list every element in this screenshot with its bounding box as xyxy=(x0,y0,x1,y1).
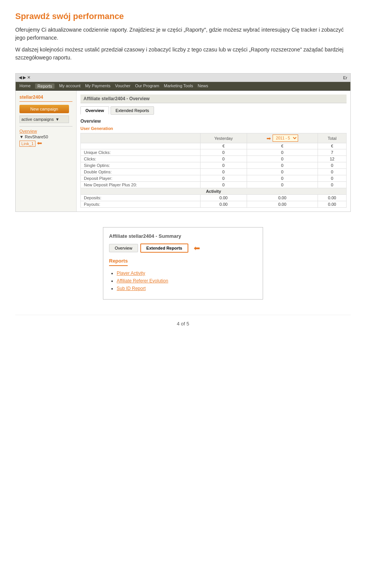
row-total: 0 xyxy=(318,182,347,188)
list-item-sub-id: Sub ID Report xyxy=(117,286,257,291)
row-total: 0 xyxy=(318,169,347,175)
browser-bar: ◀ ▶ ✕ Er xyxy=(16,74,350,82)
row-yesterday: 0.00 xyxy=(200,201,247,208)
row-month: 0.00 xyxy=(247,195,318,201)
row-label: New Deposit Player Plus 20: xyxy=(81,182,201,188)
row-yesterday: 0 xyxy=(200,175,247,182)
row-label: Deposit Player: xyxy=(81,175,201,182)
arrow-extended-reports-icon: ⬅ xyxy=(194,244,200,253)
section-title-bar: Affiliate stellar2404 - Overview xyxy=(80,95,347,103)
list-item-player-activity: Player Activity xyxy=(117,271,257,276)
new-campaign-button[interactable]: New campaign xyxy=(19,105,69,113)
summary-title: Affiliate stellar2404 - Summary xyxy=(109,233,257,239)
col-empty xyxy=(81,133,201,143)
nav-my-payments[interactable]: My Payments xyxy=(85,83,111,89)
nav-bar: Home Reports My account My Payments Vouc… xyxy=(16,82,350,91)
dropdown-arrow-icon: ▼ xyxy=(55,117,59,122)
row-yesterday: 0 xyxy=(200,162,247,169)
table-row: Deposits: 0.00 0.00 0.00 xyxy=(81,195,347,201)
list-item-affiliate-referer: Affiliate Referer Evolution xyxy=(117,278,257,284)
currency-total: € xyxy=(318,143,347,149)
row-yesterday: 0 xyxy=(200,149,247,156)
row-month: 0.00 xyxy=(247,201,318,208)
sidebar-item-revshare[interactable]: ▼ RevShare50 xyxy=(19,135,48,139)
reports-list: Player Activity Affiliate Referer Evolut… xyxy=(109,271,257,291)
row-yesterday: 0.00 xyxy=(200,195,247,201)
table-row: Double Optins: 0 0 0 xyxy=(81,169,347,175)
col-yesterday: Yesterday xyxy=(200,133,247,143)
link-player-activity[interactable]: Player Activity xyxy=(117,271,145,276)
page-title: Sprawdź swój performance xyxy=(15,11,351,21)
body-paragraph: W dalszej kolejności możesz ustalić prze… xyxy=(15,46,351,62)
arrow-annotation-link1: ⬅ xyxy=(37,139,42,147)
row-label: Clicks: xyxy=(81,156,201,162)
row-total: 0.00 xyxy=(318,201,347,208)
nav-news[interactable]: News xyxy=(198,83,209,89)
row-label: Single Optins: xyxy=(81,162,201,169)
tab-overview[interactable]: Overview xyxy=(80,106,109,115)
month-selector[interactable]: 2011 - 5 xyxy=(273,135,298,142)
row-month: 0 xyxy=(247,182,318,188)
overview-heading: Overview xyxy=(80,119,347,124)
row-month: 0 xyxy=(247,175,318,182)
sidebar-link-overview[interactable]: Overview xyxy=(19,129,72,133)
user-generation-heading: User Generation xyxy=(80,126,347,131)
col-total: Total xyxy=(318,133,347,143)
tabs-row: Overview Extended Reports xyxy=(80,106,347,115)
row-month: 0 xyxy=(247,169,318,175)
activity-heading: Activity xyxy=(81,188,347,195)
sidebar-link-link1[interactable]: Link_1 xyxy=(19,141,35,147)
page-indicator: 4 of 5 xyxy=(177,321,189,327)
row-total: 0 xyxy=(318,175,347,182)
link-sub-id-report[interactable]: Sub ID Report xyxy=(117,286,146,291)
col-month: ➡ 2011 - 5 xyxy=(247,133,318,143)
summary-tab-extended-reports[interactable]: Extended Reports xyxy=(140,244,188,253)
nav-our-program[interactable]: Our Program xyxy=(135,83,159,89)
browser-er: Er xyxy=(343,75,347,80)
table-row: Deposit Player: 0 0 0 xyxy=(81,175,347,182)
active-campaigns-dropdown[interactable]: active campaigns ▼ xyxy=(19,115,69,123)
row-label: Deposits: xyxy=(81,195,201,201)
row-total: 7 xyxy=(318,149,347,156)
nav-home[interactable]: Home xyxy=(19,83,30,89)
tab-extended-reports[interactable]: Extended Reports xyxy=(111,106,154,115)
nav-my-account[interactable]: My account xyxy=(59,83,80,89)
currency-month: € xyxy=(247,143,318,149)
nav-voucher[interactable]: Voucher xyxy=(115,83,130,89)
screenshot-1: ◀ ▶ ✕ Er Home Reports My account My Paym… xyxy=(15,73,351,212)
row-month: 0 xyxy=(247,149,318,156)
table-row: Unique Clicks: 0 0 7 xyxy=(81,149,347,156)
screenshot-2: Affiliate stellar2404 - Summary Overview… xyxy=(103,227,263,300)
screenshot-body: stellar2404 New campaign active campaign… xyxy=(16,91,350,211)
row-total: 12 xyxy=(318,156,347,162)
main-content-area: Affiliate stellar2404 - Overview Overvie… xyxy=(77,91,350,211)
nav-marketing-tools[interactable]: Marketing Tools xyxy=(164,83,193,89)
intro-paragraph: Oferujemy Ci aktualizowane codziennie ra… xyxy=(15,26,351,42)
row-yesterday: 0 xyxy=(200,169,247,175)
sidebar-divider xyxy=(19,126,72,127)
arrow-month-icon: ➡ xyxy=(266,135,271,141)
summary-tab-overview[interactable]: Overview xyxy=(109,244,138,252)
row-total: 0.00 xyxy=(318,195,347,201)
data-table: Yesterday ➡ 2011 - 5 Total xyxy=(80,133,347,208)
row-yesterday: 0 xyxy=(200,156,247,162)
row-month: 0 xyxy=(247,156,318,162)
active-campaigns-label: active campaigns xyxy=(21,117,54,122)
row-label: Double Optins: xyxy=(81,169,201,175)
row-total: 0 xyxy=(318,162,347,169)
table-row: Single Optins: 0 0 0 xyxy=(81,162,347,169)
row-label: Payouts: xyxy=(81,201,201,208)
row-yesterday: 0 xyxy=(200,182,247,188)
reports-section-title: Reports xyxy=(109,258,128,266)
row-month: 0 xyxy=(247,162,318,169)
table-row: New Deposit Player Plus 20: 0 0 0 xyxy=(81,182,347,188)
table-row: Payouts: 0.00 0.00 0.00 xyxy=(81,201,347,208)
affiliate-name: stellar2404 xyxy=(19,95,72,102)
currency-yesterday: € xyxy=(200,143,247,149)
link-affiliate-referer[interactable]: Affiliate Referer Evolution xyxy=(117,278,168,284)
nav-reports[interactable]: Reports xyxy=(35,83,55,89)
sidebar: stellar2404 New campaign active campaign… xyxy=(16,91,77,211)
row-label: Unique Clicks: xyxy=(81,149,201,156)
summary-tabs-row: Overview Extended Reports ⬅ xyxy=(109,244,257,253)
table-row: Clicks: 0 0 12 xyxy=(81,156,347,162)
